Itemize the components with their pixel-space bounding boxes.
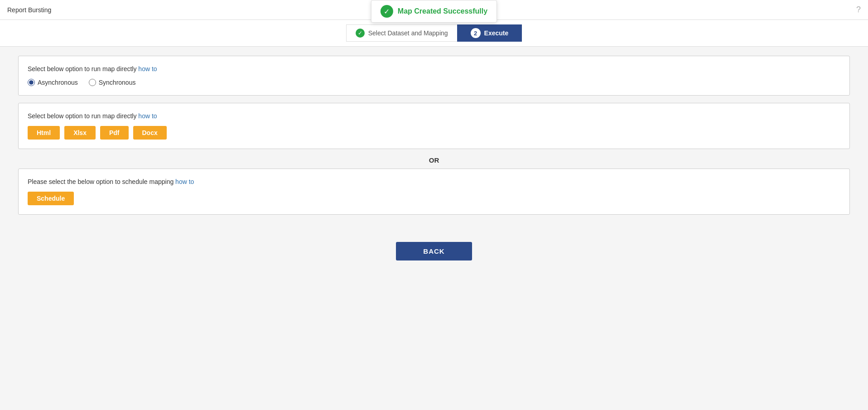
- success-icon: ✓: [381, 5, 393, 18]
- radio-synchronous[interactable]: Synchronous: [89, 79, 136, 86]
- schedule-howto-link[interactable]: how to: [175, 178, 194, 185]
- step1-check-icon: ✓: [356, 29, 365, 38]
- wizard-steps: ✓ Select Dataset and Mapping 2 Execute: [0, 20, 868, 47]
- success-notification: ✓ Map Created Successfully: [371, 0, 497, 23]
- radio-synchronous-input[interactable]: [89, 79, 96, 86]
- html-button[interactable]: Html: [28, 126, 60, 140]
- bottom-bar: BACK: [18, 242, 850, 274]
- schedule-card-title: Please select the below option to schedu…: [28, 178, 840, 185]
- top-bar: Report Bursting ✓ Map Created Successful…: [0, 0, 868, 20]
- radio-synchronous-label: Synchronous: [99, 79, 136, 86]
- step1-label: Select Dataset and Mapping: [368, 29, 448, 37]
- format-buttons-group: Html Xlsx Pdf Docx: [28, 126, 840, 140]
- schedule-button[interactable]: Schedule: [28, 192, 74, 205]
- schedule-card: Please select the below option to schedu…: [18, 169, 850, 215]
- pdf-button[interactable]: Pdf: [100, 126, 129, 140]
- step2-label: Execute: [484, 29, 509, 37]
- success-message: Map Created Successfully: [398, 7, 487, 15]
- docx-button[interactable]: Docx: [133, 126, 167, 140]
- or-divider: OR: [18, 156, 850, 164]
- wizard-step-2: 2 Execute: [457, 24, 522, 42]
- wizard-step-1: ✓ Select Dataset and Mapping: [346, 24, 457, 42]
- xlsx-button[interactable]: Xlsx: [64, 126, 96, 140]
- step2-number: 2: [471, 28, 481, 38]
- run-map-howto-link[interactable]: how to: [138, 65, 157, 72]
- run-map-title-text: Select below option to run map directly: [28, 65, 138, 72]
- format-card: Select below option to run map directly …: [18, 103, 850, 149]
- radio-asynchronous[interactable]: Asynchronous: [28, 79, 78, 86]
- radio-asynchronous-input[interactable]: [28, 79, 35, 86]
- page-title: Report Bursting: [7, 6, 51, 14]
- format-howto-link[interactable]: how to: [138, 112, 157, 120]
- back-button[interactable]: BACK: [396, 242, 472, 260]
- format-title-text: Select below option to run map directly: [28, 112, 138, 120]
- radio-group: Asynchronous Synchronous: [28, 79, 840, 86]
- radio-asynchronous-label: Asynchronous: [38, 79, 78, 86]
- format-card-title: Select below option to run map directly …: [28, 112, 840, 120]
- run-map-card: Select below option to run map directly …: [18, 56, 850, 96]
- help-icon[interactable]: ?: [856, 5, 861, 14]
- main-content: Select below option to run map directly …: [0, 47, 868, 283]
- schedule-title-text: Please select the below option to schedu…: [28, 178, 175, 185]
- run-map-title: Select below option to run map directly …: [28, 65, 840, 72]
